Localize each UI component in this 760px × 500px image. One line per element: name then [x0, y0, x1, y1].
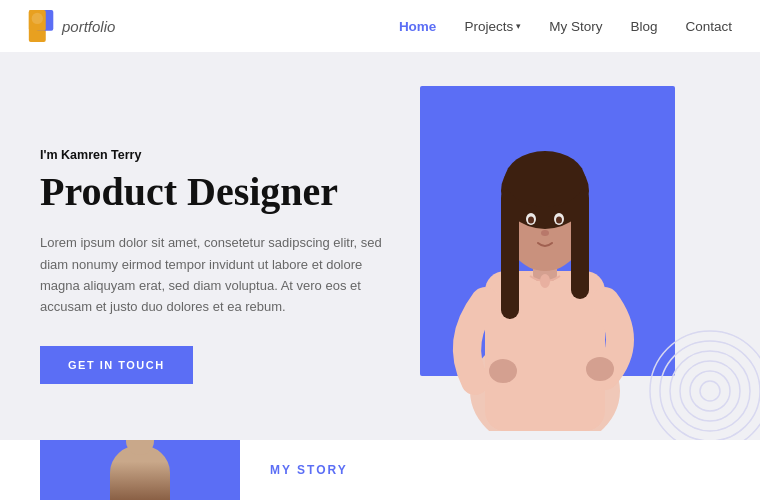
hero-title: Product Designer	[40, 170, 400, 214]
nav-link-home[interactable]: Home	[399, 19, 437, 34]
logo-text: portfolio	[62, 18, 115, 35]
nav-item-mystory[interactable]: My Story	[549, 17, 602, 35]
svg-point-6	[670, 351, 750, 431]
bottom-strip: MY STORY	[0, 440, 760, 500]
nav-item-home[interactable]: Home	[399, 17, 437, 35]
bottom-profile-card	[40, 440, 240, 500]
svg-point-9	[700, 381, 720, 401]
person-svg	[435, 101, 655, 431]
svg-point-24	[489, 359, 517, 383]
nav-item-projects[interactable]: Projects ▾	[464, 19, 521, 34]
svg-point-21	[556, 217, 562, 224]
navbar: portfolio Home Projects ▾ My Story Blog …	[0, 0, 760, 52]
my-story-label: MY STORY	[270, 463, 348, 477]
svg-point-3	[32, 13, 43, 24]
hero-description: Lorem ipsum dolor sit amet, consetetur s…	[40, 232, 400, 318]
svg-point-22	[541, 230, 549, 236]
nav-link-blog[interactable]: Blog	[630, 19, 657, 34]
nav-links: Home Projects ▾ My Story Blog Contact	[399, 17, 732, 35]
hero-name: Kamren Terry	[61, 148, 141, 162]
logo[interactable]: portfolio	[28, 10, 115, 42]
svg-rect-15	[501, 189, 519, 319]
hero-image	[410, 86, 720, 436]
svg-rect-16	[571, 189, 589, 299]
get-in-touch-button[interactable]: GET IN TOUCH	[40, 346, 193, 384]
nav-link-mystory[interactable]: My Story	[549, 19, 602, 34]
nav-link-contact[interactable]: Contact	[685, 19, 732, 34]
hero-content: I'm Kamren Terry Product Designer Lorem …	[40, 138, 400, 384]
svg-point-20	[528, 217, 534, 224]
hero-section: I'm Kamren Terry Product Designer Lorem …	[0, 52, 760, 440]
nav-item-contact[interactable]: Contact	[685, 17, 732, 35]
svg-point-25	[586, 357, 614, 381]
person-image	[410, 101, 680, 431]
chevron-down-icon: ▾	[516, 21, 521, 31]
nav-link-projects[interactable]: Projects ▾	[464, 19, 521, 34]
my-story-section: MY STORY	[240, 463, 348, 477]
bottom-person-figure	[110, 445, 170, 500]
logo-icon	[28, 10, 56, 42]
svg-point-7	[680, 361, 740, 421]
intro-text: I'm Kamren Terry	[40, 148, 400, 162]
svg-point-8	[690, 371, 730, 411]
svg-point-17	[505, 151, 585, 207]
nav-item-blog[interactable]: Blog	[630, 17, 657, 35]
svg-point-23	[540, 274, 550, 288]
